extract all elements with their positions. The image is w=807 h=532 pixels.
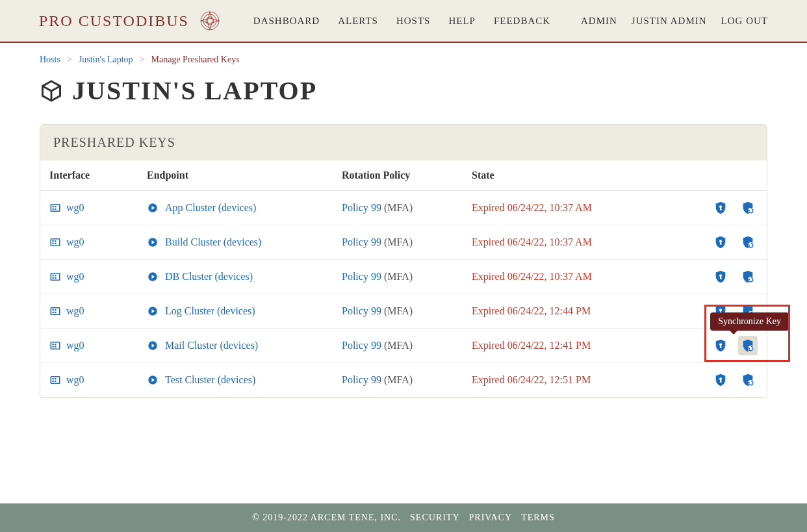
page-title-text: JUSTIN'S LAPTOP — [72, 75, 317, 106]
interface-link[interactable]: wg0 — [66, 340, 84, 351]
policy-suffix: (MFA) — [384, 340, 413, 351]
endpoint-link[interactable]: Test Cluster (devices) — [165, 374, 255, 386]
synchronize-key-button[interactable] — [738, 336, 758, 355]
nav-hosts[interactable]: HOSTS — [396, 16, 431, 27]
svg-rect-57 — [55, 381, 56, 382]
policy-suffix: (MFA) — [384, 305, 413, 316]
svg-rect-47 — [55, 346, 56, 348]
synchronize-key-button[interactable] — [738, 233, 758, 252]
policy-link[interactable]: Policy 99 — [342, 202, 381, 213]
svg-rect-6 — [53, 209, 54, 210]
policy-link[interactable]: Policy 99 — [342, 271, 381, 282]
svg-rect-16 — [53, 243, 54, 244]
brand-text: PRO CUSTODIBUS — [39, 12, 189, 30]
row-actions — [711, 267, 758, 286]
svg-rect-44 — [53, 344, 54, 345]
synchronize-key-button[interactable] — [738, 370, 758, 390]
nav-help[interactable]: HELP — [448, 16, 476, 27]
policy-suffix: (MFA) — [384, 374, 413, 385]
state-text: Expired 06/24/22, 10:37 AM — [472, 236, 592, 247]
svg-rect-4 — [53, 206, 54, 207]
svg-rect-26 — [53, 277, 54, 279]
main-nav: DASHBOARD ALERTS HOSTS HELP FEEDBACK — [253, 16, 550, 27]
state-text: Expired 06/24/22, 10:37 AM — [472, 202, 592, 213]
rotate-key-button[interactable] — [711, 198, 730, 218]
policy-suffix: (MFA) — [384, 202, 413, 213]
row-actions: Synchronize Key — [711, 336, 758, 355]
policy-link[interactable]: Policy 99 — [342, 340, 381, 351]
rotate-key-button[interactable] — [711, 370, 730, 390]
col-policy: Rotation Policy — [333, 160, 463, 191]
table-row: wg0Test Cluster (devices)Policy 99 (MFA)… — [40, 363, 767, 398]
col-endpoint: Endpoint — [138, 160, 333, 191]
svg-rect-43 — [51, 342, 60, 349]
interface-link[interactable]: wg0 — [66, 374, 84, 386]
policy-link[interactable]: Policy 99 — [342, 374, 381, 385]
svg-rect-21 — [720, 244, 722, 244]
col-interface: Interface — [40, 160, 138, 191]
svg-rect-53 — [51, 377, 60, 384]
breadcrumb-sep: > — [67, 55, 72, 65]
svg-rect-15 — [55, 240, 56, 242]
interface-icon — [49, 305, 61, 317]
interface-link[interactable]: wg0 — [66, 305, 84, 317]
nav-admin[interactable]: ADMIN — [581, 16, 617, 27]
endpoint-link[interactable]: Build Cluster (devices) — [165, 236, 261, 248]
nav-feedback[interactable]: FEEDBACK — [494, 16, 550, 27]
svg-rect-45 — [55, 344, 56, 345]
user-nav: ADMIN JUSTIN ADMIN LOG OUT — [581, 16, 768, 27]
svg-rect-33 — [51, 308, 60, 315]
svg-rect-37 — [55, 312, 56, 313]
table-row: wg0Build Cluster (devices)Policy 99 (MFA… — [40, 225, 767, 260]
interface-link[interactable]: wg0 — [66, 271, 84, 283]
rotate-key-button[interactable] — [711, 233, 730, 252]
policy-link[interactable]: Policy 99 — [342, 236, 381, 247]
endpoint-link[interactable]: App Cluster (devices) — [165, 202, 256, 214]
brand[interactable]: PRO CUSTODIBUS — [39, 8, 223, 34]
svg-rect-54 — [53, 378, 54, 379]
table-row: wg0Log Cluster (devices)Policy 99 (MFA)E… — [40, 294, 767, 329]
interface-icon — [49, 236, 61, 248]
svg-rect-51 — [720, 347, 722, 348]
state-text: Expired 06/24/22, 12:44 PM — [472, 305, 591, 316]
svg-rect-46 — [53, 346, 54, 348]
interface-link[interactable]: wg0 — [66, 202, 84, 214]
page-title: JUSTIN'S LAPTOP — [40, 75, 767, 106]
svg-rect-23 — [51, 273, 60, 281]
interface-icon — [49, 271, 61, 283]
rotate-key-button[interactable] — [711, 267, 730, 286]
nav-user[interactable]: JUSTIN ADMIN — [632, 16, 707, 27]
endpoint-icon — [147, 236, 159, 248]
breadcrumb-laptop[interactable]: Justin's Laptop — [79, 55, 133, 65]
nav-dashboard[interactable]: DASHBOARD — [253, 16, 320, 27]
interface-link[interactable]: wg0 — [66, 236, 84, 248]
header-bar: PRO CUSTODIBUS DASHBOARD ALERTS HOSTS HE… — [0, 0, 807, 43]
keys-table: Interface Endpoint Rotation Policy State… — [40, 160, 767, 398]
endpoint-icon — [147, 271, 159, 283]
endpoint-link[interactable]: Log Cluster (devices) — [165, 305, 255, 317]
svg-rect-25 — [55, 275, 56, 276]
rotate-key-button[interactable] — [711, 336, 730, 355]
interface-icon — [49, 202, 61, 214]
svg-rect-11 — [720, 209, 722, 210]
svg-rect-61 — [720, 381, 722, 382]
state-text: Expired 06/24/22, 12:51 PM — [472, 374, 591, 385]
breadcrumb-hosts[interactable]: Hosts — [40, 55, 60, 65]
policy-link[interactable]: Policy 99 — [342, 305, 381, 316]
svg-rect-35 — [55, 309, 56, 310]
endpoint-link[interactable]: DB Cluster (devices) — [165, 271, 253, 283]
nav-logout[interactable]: LOG OUT — [721, 16, 768, 27]
svg-rect-5 — [55, 206, 56, 207]
nav-alerts[interactable]: ALERTS — [338, 16, 378, 27]
cube-icon — [40, 79, 63, 103]
svg-rect-3 — [51, 205, 60, 212]
svg-rect-36 — [53, 312, 54, 313]
svg-rect-13 — [51, 239, 60, 246]
synchronize-key-button[interactable] — [738, 198, 758, 218]
state-text: Expired 06/24/22, 12:41 PM — [472, 340, 591, 351]
synchronize-key-button[interactable] — [738, 267, 758, 286]
svg-rect-31 — [720, 278, 722, 279]
endpoint-icon — [147, 340, 159, 351]
interface-icon — [49, 340, 61, 351]
endpoint-link[interactable]: Mail Cluster (devices) — [165, 340, 258, 351]
